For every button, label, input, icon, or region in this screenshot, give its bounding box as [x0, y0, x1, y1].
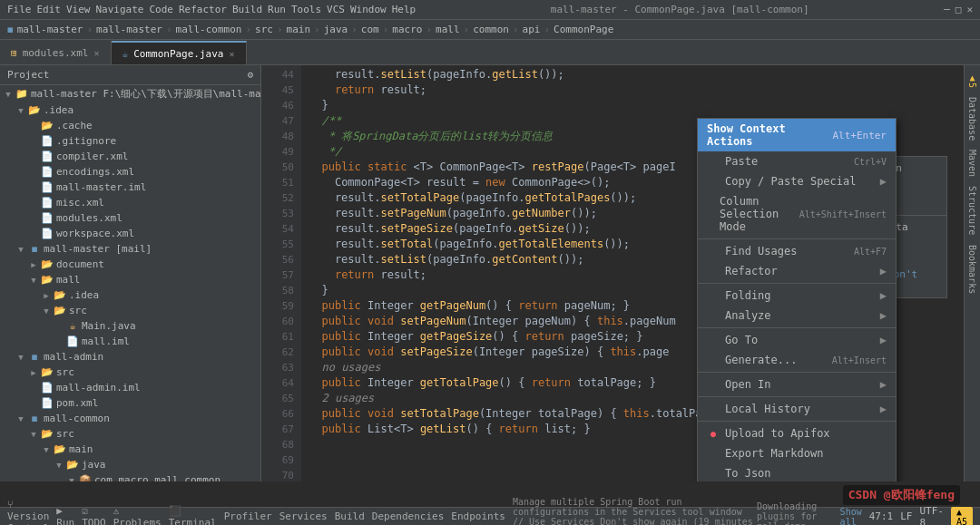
tab-close-modules[interactable]: ✕ — [93, 48, 99, 58]
encoding-indicator[interactable]: UTF-8 — [919, 505, 944, 526]
menu-run[interactable]: Run — [268, 4, 286, 15]
menu-build[interactable]: Build — [232, 4, 262, 15]
tree-item-mall-iml[interactable]: 📄 mall.iml — [0, 334, 260, 349]
tree-item-idea2[interactable]: ▶ 📂 .idea — [0, 287, 260, 303]
status-message: Manage multiple Spring Boot run configur… — [513, 497, 757, 526]
database-tab[interactable]: Database — [965, 93, 979, 144]
problems-tab[interactable]: ⚠ Problems — [113, 505, 162, 526]
file-icon: 📄 — [40, 212, 54, 224]
tree-item-mall-master-iml[interactable]: 📄 mall-master.iml — [0, 180, 260, 195]
run-tab[interactable]: ▶ Run — [56, 505, 74, 526]
breadcrumb-item-5[interactable]: java — [324, 24, 348, 35]
tab-close-commonpage[interactable]: ✕ — [229, 49, 234, 59]
tree-item-java[interactable]: ▼ 📂 java — [0, 457, 260, 472]
context-menu-find-usages[interactable]: Find Usages Alt+F7 — [698, 241, 896, 261]
context-menu-open-in[interactable]: Open In ▶ — [698, 374, 896, 394]
context-menu-local-history[interactable]: Local History ▶ — [698, 399, 896, 419]
breadcrumb-item-11[interactable]: CommonPage — [554, 24, 613, 35]
tree-item-common-src[interactable]: ▼ 📂 src — [0, 426, 260, 442]
tree-item-mall[interactable]: ▼ 📂 mall — [0, 272, 260, 287]
tree-item-compiler[interactable]: 📄 compiler.xml — [0, 149, 260, 164]
todo-tab[interactable]: ☑ TODO — [82, 505, 106, 526]
breadcrumb-item-9[interactable]: common — [473, 24, 509, 35]
maximize-button[interactable]: □ — [956, 4, 962, 15]
tree-item-cache[interactable]: 📂 .cache — [0, 118, 260, 133]
tree-item-modules-xml[interactable]: 📄 modules.xml — [0, 210, 260, 226]
menu-edit[interactable]: Edit — [37, 4, 62, 15]
context-menu-folding[interactable]: Folding ▶ — [698, 286, 896, 306]
tree-item-package[interactable]: ▼ 📦 com.macro.mall.common — [0, 472, 260, 481]
menu-help[interactable]: Help — [392, 4, 416, 15]
tree-item-admin-src[interactable]: ▶ 📂 src — [0, 365, 260, 380]
menu-tools[interactable]: Tools — [291, 4, 321, 15]
build-tab[interactable]: Build — [335, 510, 365, 522]
tree-item-mall-admin[interactable]: ▼ ◼ mall-admin — [0, 349, 260, 365]
breadcrumb-item-7[interactable]: macro — [392, 24, 422, 35]
tree-item-misc[interactable]: 📄 misc.xml — [0, 195, 260, 210]
breadcrumb-item-0[interactable]: mall-master — [17, 24, 83, 35]
tree-item-gitignore[interactable]: 📄 .gitignore — [0, 133, 260, 149]
menu-code[interactable]: Code — [149, 4, 173, 15]
services-tab[interactable]: Services — [279, 510, 328, 522]
bookmarks-tab[interactable]: Bookmarks — [965, 241, 979, 297]
breadcrumb-item-1[interactable]: mall-master — [96, 24, 162, 35]
context-menu-export-markdown[interactable]: Export Markdown — [698, 443, 896, 463]
terminal-tab[interactable]: ⬛ Terminal — [169, 505, 217, 526]
line-separator[interactable]: LF — [900, 510, 912, 522]
menu-vcs[interactable]: VCS — [327, 4, 345, 15]
context-menu-refactor[interactable]: Refactor ▶ — [698, 261, 896, 281]
tree-item-mainjava[interactable]: ☕ Main.java — [0, 318, 260, 334]
tree-item-mall-common[interactable]: ▼ ◼ mall-common — [0, 411, 260, 426]
title-bar-left: File Edit View Navigate Code Refactor Bu… — [7, 4, 416, 15]
tab-modules-xml[interactable]: ⊞ modules.xml ✕ — [0, 41, 112, 64]
breadcrumb-item-3[interactable]: src — [255, 24, 273, 35]
tree-item-pom[interactable]: 📄 pom.xml — [0, 395, 260, 411]
minimize-button[interactable]: ─ — [944, 4, 950, 15]
notifications-panel-tab[interactable]: ▲5 — [965, 69, 979, 92]
context-menu-goto[interactable]: Go To ▶ — [698, 330, 896, 350]
context-menu-analyze[interactable]: Analyze ▶ — [698, 306, 896, 326]
menu-file[interactable]: File — [7, 4, 32, 15]
close-button[interactable]: ✕ — [966, 4, 973, 15]
tree-item-workspace[interactable]: 📄 workspace.xml — [0, 226, 260, 241]
tree-item-document[interactable]: ▶ 📂 document — [0, 257, 260, 272]
tree-item-mall-master[interactable]: ▼ 📁 mall-master F:\细心\下载\开源项目\mall-maste… — [0, 85, 260, 102]
tree-item-encodings[interactable]: 📄 encodings.xml — [0, 164, 260, 180]
menu-navigate[interactable]: Navigate — [96, 4, 144, 15]
context-menu-column-selection[interactable]: Column Selection Mode Alt+Shift+Insert — [698, 191, 896, 237]
menu-window[interactable]: Window — [350, 4, 387, 15]
menu-bar[interactable]: File Edit View Navigate Code Refactor Bu… — [7, 4, 416, 15]
tree-item-mall-master-mail[interactable]: ▼ ◼ mall-master [mail] — [0, 241, 260, 257]
context-menu-upload-apifox[interactable]: ●Upload to Apifox — [698, 423, 896, 443]
dependencies-tab[interactable]: Dependencies — [372, 510, 444, 522]
breadcrumb-item-2[interactable]: mall-common — [176, 24, 242, 35]
context-menu-copy-paste-special[interactable]: Copy / Paste Special ▶ — [698, 171, 896, 191]
menu-view[interactable]: View — [66, 4, 91, 15]
breadcrumb-item-4[interactable]: main — [287, 24, 311, 35]
context-menu-paste[interactable]: Paste Ctrl+V — [698, 151, 896, 171]
tree-item-idea[interactable]: ▼ 📂 .idea — [0, 102, 260, 118]
cursor-position[interactable]: 47:1 — [869, 510, 894, 522]
maven-tab[interactable]: Maven — [965, 146, 979, 180]
show-all-button[interactable]: Show all — [840, 507, 862, 526]
tree-item-mall-admin-iml[interactable]: 📄 mall-admin.iml — [0, 380, 260, 395]
menu-refactor[interactable]: Refactor — [179, 4, 227, 15]
warnings-badge[interactable]: ▲ A5 — [951, 507, 973, 526]
download-message: Downloading plugins for mall-demo... — [757, 501, 833, 525]
breadcrumb-item-10[interactable]: api — [523, 24, 541, 35]
tab-label-modules: modules.xml — [23, 47, 89, 59]
context-menu-to-json[interactable]: To Json — [698, 463, 896, 481]
context-menu-generate[interactable]: Generate... Alt+Insert — [698, 350, 896, 370]
tab-commonpage[interactable]: ☕ CommonPage.java ✕ — [112, 41, 247, 64]
sidebar-settings-icon[interactable]: ⚙ — [247, 69, 253, 81]
editor-area[interactable]: 4445464748 4950515253 5455565758 5960616… — [261, 65, 964, 481]
tree-item-main[interactable]: ▼ 📂 main — [0, 442, 260, 457]
tree-arrow: ▼ — [15, 414, 27, 423]
breadcrumb-item-8[interactable]: mall — [436, 24, 460, 35]
tree-item-src[interactable]: ▼ 📂 src — [0, 303, 260, 318]
version-control-tab[interactable]: ⑂ Version Control — [7, 499, 49, 525]
structure-tab[interactable]: Structure — [965, 182, 979, 238]
endpoints-tab[interactable]: Endpoints — [451, 510, 505, 522]
breadcrumb-item-6[interactable]: com — [361, 24, 379, 35]
profiler-tab[interactable]: Profiler — [224, 510, 272, 522]
